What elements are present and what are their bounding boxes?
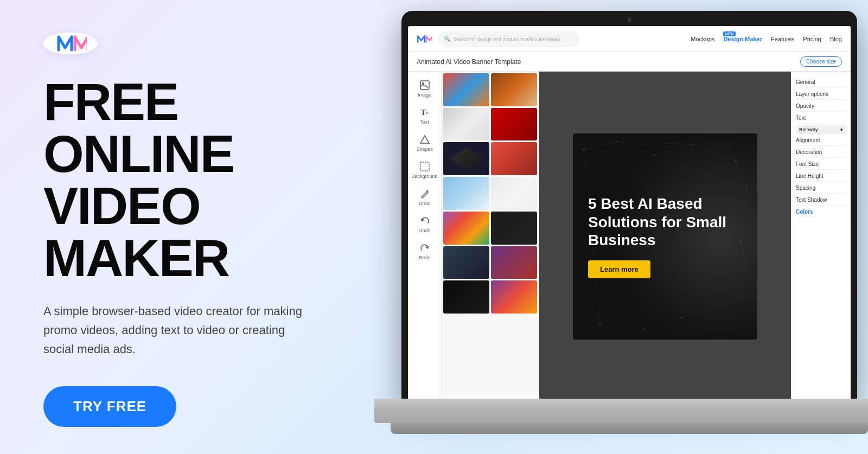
media-panel bbox=[442, 72, 539, 401]
canvas-content: 5 Best AI Based Solutions for Small Busi… bbox=[573, 133, 757, 340]
shapes-label: Shapes bbox=[416, 146, 433, 152]
svg-point-1 bbox=[422, 82, 424, 85]
hero-headline: FREE ONLINE VIDEO MAKER bbox=[43, 76, 336, 284]
canvas-cta-button[interactable]: Learn more bbox=[588, 260, 650, 278]
image-label: Image bbox=[418, 92, 431, 98]
media-thumb-5[interactable] bbox=[443, 142, 489, 175]
text-label: Text bbox=[420, 119, 429, 125]
draw-label: Draw bbox=[419, 201, 430, 206]
nav-logo bbox=[417, 34, 432, 44]
media-thumb-13[interactable] bbox=[443, 280, 489, 314]
nav-link-design-maker[interactable]: NEW Design Maker bbox=[723, 36, 762, 42]
svg-rect-3 bbox=[420, 162, 429, 171]
shapes-icon bbox=[419, 133, 431, 145]
media-thumb-10[interactable] bbox=[491, 212, 537, 245]
app-ui: 🔍 Search for design and product mockup t… bbox=[408, 26, 851, 401]
editor-title: Animated AI Video Banner Template bbox=[417, 58, 521, 66]
media-thumb-3[interactable] bbox=[443, 108, 489, 141]
undo-icon bbox=[419, 215, 431, 227]
background-icon bbox=[419, 161, 431, 172]
laptop-bezel: 🔍 Search for design and product mockup t… bbox=[401, 11, 857, 401]
prop-line-height[interactable]: Line Height bbox=[796, 170, 846, 182]
media-thumb-8[interactable] bbox=[491, 177, 537, 210]
app-main: Image Tr Text Shapes bbox=[408, 72, 851, 401]
media-thumb-11[interactable] bbox=[443, 246, 489, 279]
image-icon bbox=[419, 79, 431, 91]
draw-icon bbox=[419, 188, 431, 200]
prop-text-shadow[interactable]: Text Shadow bbox=[796, 194, 846, 206]
app-toolbar: Image Tr Text Shapes bbox=[408, 72, 442, 401]
font-value: Raleway bbox=[799, 127, 818, 132]
laptop-outer: 🔍 Search for design and product mockup t… bbox=[374, 11, 868, 445]
toolbar-item-shapes[interactable]: Shapes bbox=[410, 130, 439, 155]
media-thumb-6[interactable] bbox=[491, 142, 537, 175]
background-label: Background bbox=[411, 174, 437, 179]
prop-spacing[interactable]: Spacing bbox=[796, 182, 846, 194]
svg-marker-2 bbox=[420, 136, 429, 143]
media-thumb-1[interactable] bbox=[443, 73, 489, 106]
prop-layer-options[interactable]: Layer options bbox=[796, 88, 846, 100]
app-nav: 🔍 Search for design and product mockup t… bbox=[408, 26, 851, 52]
prop-text[interactable]: Text bbox=[796, 112, 846, 124]
toolbar-item-background[interactable]: Background bbox=[410, 157, 439, 182]
nav-link-features[interactable]: Features bbox=[771, 36, 794, 42]
media-grid bbox=[442, 72, 539, 315]
toolbar-item-text[interactable]: Tr Text bbox=[410, 103, 439, 128]
prop-font-size[interactable]: Font Size bbox=[796, 158, 846, 170]
app-subheader: Animated AI Video Banner Template Choose… bbox=[408, 52, 851, 72]
nav-search-bar[interactable]: 🔍 Search for design and product mockup t… bbox=[438, 31, 579, 47]
search-placeholder: Search for design and product mockup tem… bbox=[454, 36, 560, 42]
search-icon: 🔍 bbox=[444, 36, 450, 42]
prop-alignment[interactable]: Alignment bbox=[796, 134, 846, 146]
media-thumb-4[interactable] bbox=[491, 108, 537, 141]
media-thumb-2[interactable] bbox=[491, 73, 537, 106]
undo-label: Undo bbox=[419, 228, 431, 233]
media-thumb-7[interactable] bbox=[443, 177, 489, 210]
toolbar-item-undo[interactable]: Undo bbox=[410, 212, 439, 236]
properties-panel: General Layer options Opacity Text Ralew… bbox=[791, 72, 851, 401]
laptop-base-bottom bbox=[391, 422, 868, 434]
laptop-screen: 🔍 Search for design and product mockup t… bbox=[408, 26, 851, 401]
prop-colors[interactable]: Colors bbox=[796, 206, 846, 217]
prop-general[interactable]: General bbox=[796, 76, 846, 88]
media-thumb-12[interactable] bbox=[491, 246, 537, 279]
laptop-camera bbox=[627, 17, 631, 22]
nav-link-pricing[interactable]: Pricing bbox=[803, 36, 821, 42]
canvas-headline: 5 Best AI Based Solutions for Small Busi… bbox=[588, 195, 742, 250]
chevron-down-icon: ▾ bbox=[840, 127, 843, 132]
nav-link-mockups[interactable]: Mockups bbox=[691, 36, 714, 42]
toolbar-item-draw[interactable]: Draw bbox=[410, 184, 439, 209]
toolbar-item-redo[interactable]: Redo bbox=[410, 239, 439, 264]
try-free-button[interactable]: TRY FREE bbox=[43, 386, 176, 427]
left-section: FREE ONLINE VIDEO MAKER A simple browser… bbox=[0, 0, 380, 454]
new-badge: NEW bbox=[723, 31, 735, 36]
prop-decoration[interactable]: Decoration bbox=[796, 146, 846, 158]
media-thumb-9[interactable] bbox=[443, 212, 489, 245]
font-selector[interactable]: Raleway ▾ bbox=[796, 125, 846, 134]
choose-size-button[interactable]: Choose size bbox=[800, 56, 842, 67]
toolbar-item-image[interactable]: Image bbox=[410, 76, 439, 101]
nav-links: Mockups NEW Design Maker Features Pricin… bbox=[691, 36, 842, 42]
logo-circle bbox=[43, 33, 98, 54]
laptop-base bbox=[374, 399, 868, 423]
redo-label: Redo bbox=[419, 255, 431, 260]
hero-subtitle: A simple browser-based video creator for… bbox=[43, 302, 304, 359]
nav-link-blog[interactable]: Blog bbox=[830, 36, 842, 42]
laptop-mockup: 🔍 Search for design and product mockup t… bbox=[374, 11, 868, 445]
media-thumb-14[interactable] bbox=[491, 280, 537, 314]
text-icon: Tr bbox=[419, 106, 431, 118]
redo-icon bbox=[419, 242, 431, 254]
prop-opacity[interactable]: Opacity bbox=[796, 100, 846, 112]
app-canvas: 5 Best AI Based Solutions for Small Busi… bbox=[539, 72, 791, 401]
brand-logo bbox=[54, 33, 87, 54]
